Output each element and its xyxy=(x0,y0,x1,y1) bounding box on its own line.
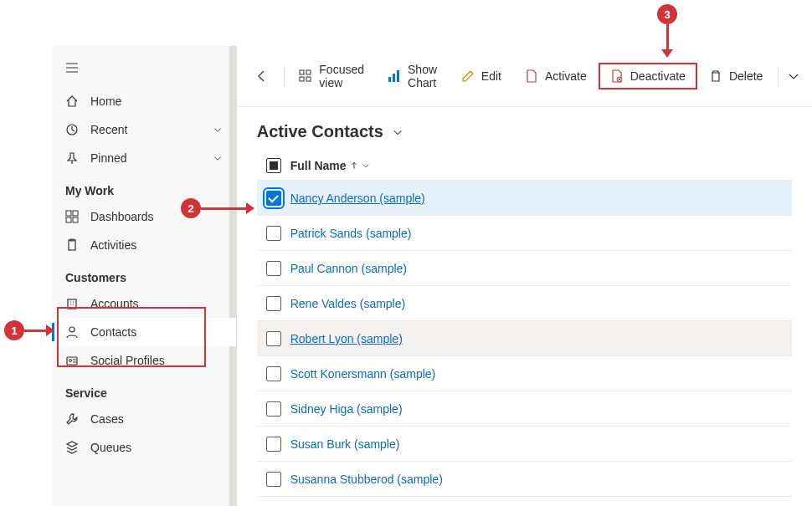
person-icon xyxy=(65,325,79,339)
toolbar-label: Delete xyxy=(729,69,763,83)
deactivate-button[interactable]: Deactivate xyxy=(599,63,697,89)
back-button[interactable] xyxy=(244,63,280,89)
svg-rect-7 xyxy=(68,299,76,309)
svg-rect-9 xyxy=(67,357,77,365)
table-row: Patrick Sands (sample) xyxy=(257,216,792,251)
view-title: Active Contacts xyxy=(257,122,383,141)
nav-label: Activities xyxy=(90,238,223,252)
contact-link[interactable]: Susanna Stubberod (sample) xyxy=(290,473,443,486)
contact-link[interactable]: Scott Konersmann (sample) xyxy=(290,367,436,381)
nav-label: Contacts xyxy=(90,325,223,339)
svg-rect-3 xyxy=(66,217,71,222)
callout-3: 3 xyxy=(657,4,677,24)
toolbar-label: Deactivate xyxy=(630,69,686,83)
nav-activities[interactable]: Activities xyxy=(52,231,236,259)
contact-link[interactable]: Robert Lyon (sample) xyxy=(290,332,403,345)
sidebar: HomeRecentPinned My WorkDashboardsActivi… xyxy=(52,46,237,506)
chart-icon xyxy=(388,69,401,83)
toolbar-label: Show Chart xyxy=(408,63,438,89)
nav-section-header: Service xyxy=(52,375,236,405)
nav-label: Pinned xyxy=(90,151,213,165)
contact-link[interactable]: Paul Cannon (sample) xyxy=(290,262,407,275)
contacts-table: Full Name Nancy Anderson (sample)Patrick… xyxy=(237,151,812,497)
nav-label: Cases xyxy=(90,412,223,426)
svg-rect-2 xyxy=(73,211,78,216)
show-chart-button[interactable]: Show Chart xyxy=(376,56,450,96)
nav-label: Accounts xyxy=(90,297,223,310)
row-checkbox[interactable] xyxy=(266,261,281,276)
contact-link[interactable]: Nancy Anderson (sample) xyxy=(290,192,425,205)
clipboard-icon xyxy=(65,238,79,252)
nav-section-header: Customers xyxy=(52,259,236,289)
contact-link[interactable]: Sidney Higa (sample) xyxy=(290,402,403,416)
toolbar-label: Focused view xyxy=(319,63,364,89)
table-row: Rene Valdes (sample) xyxy=(257,286,792,321)
nav-queues[interactable]: Queues xyxy=(52,433,236,462)
row-checkbox[interactable] xyxy=(266,226,281,241)
nav-recent[interactable]: Recent xyxy=(52,115,236,144)
contact-link[interactable]: Rene Valdes (sample) xyxy=(290,297,405,310)
table-row: Paul Cannon (sample) xyxy=(257,251,792,286)
row-checkbox[interactable] xyxy=(266,191,281,206)
view-header: Active Contacts xyxy=(237,107,812,151)
toolbar-label: Edit xyxy=(481,69,501,83)
row-checkbox[interactable] xyxy=(266,437,281,452)
svg-rect-13 xyxy=(300,77,304,81)
select-all-checkbox[interactable] xyxy=(266,158,281,173)
building-icon xyxy=(65,297,79,310)
row-checkbox[interactable] xyxy=(266,331,281,346)
nav-pinned[interactable]: Pinned xyxy=(52,144,236,172)
badge-icon xyxy=(65,354,79,367)
wrench-icon xyxy=(65,412,79,426)
svg-point-10 xyxy=(69,360,72,362)
nav-section-header: My Work xyxy=(52,172,236,202)
stack-icon xyxy=(65,441,79,454)
svg-point-8 xyxy=(69,327,75,332)
callout-2: 2 xyxy=(181,198,201,218)
column-header-fullname[interactable]: Full Name xyxy=(290,159,370,172)
row-checkbox[interactable] xyxy=(266,401,281,417)
nav-accounts[interactable]: Accounts xyxy=(52,289,236,318)
table-header-row: Full Name xyxy=(257,151,792,181)
nav-label: Dashboards xyxy=(90,210,223,223)
activate-button[interactable]: Activate xyxy=(513,63,599,89)
chevron-down-icon xyxy=(787,69,800,83)
overflow-button[interactable] xyxy=(782,63,805,89)
nav-label: Queues xyxy=(90,441,223,454)
row-checkbox[interactable] xyxy=(266,366,281,381)
table-row: Susanna Stubberod (sample) xyxy=(257,462,792,497)
row-checkbox[interactable] xyxy=(266,296,281,311)
pencil-icon xyxy=(461,69,475,83)
nav-label: Home xyxy=(90,95,223,108)
nav-label: Recent xyxy=(90,123,213,136)
svg-rect-17 xyxy=(397,70,399,82)
contact-link[interactable]: Susan Burk (sample) xyxy=(290,437,400,451)
document-icon xyxy=(525,69,538,83)
table-row: Sidney Higa (sample) xyxy=(257,391,792,427)
toolbar: Focused view Show Chart Edit Activate De… xyxy=(237,46,812,107)
chevron-down-icon xyxy=(213,125,223,135)
delete-button[interactable]: Delete xyxy=(697,63,774,89)
chevron-down-icon[interactable] xyxy=(392,126,403,138)
nav-label: Social Profiles xyxy=(90,354,223,367)
chevron-down-icon xyxy=(362,161,370,170)
sort-asc-icon xyxy=(350,161,358,170)
svg-rect-11 xyxy=(300,70,304,74)
nav-cases[interactable]: Cases xyxy=(52,405,236,433)
svg-rect-12 xyxy=(306,70,311,74)
grid-icon xyxy=(299,69,312,83)
nav-social-profiles[interactable]: Social Profiles xyxy=(52,346,236,375)
chevron-down-icon xyxy=(213,153,223,163)
clock-icon xyxy=(65,123,79,136)
row-checkbox[interactable] xyxy=(266,472,281,487)
focused-view-button[interactable]: Focused view xyxy=(287,56,376,96)
home-icon xyxy=(65,95,79,108)
nav-home[interactable]: Home xyxy=(52,87,236,115)
svg-rect-1 xyxy=(66,211,71,216)
hamburger-button[interactable] xyxy=(52,54,236,87)
pin-icon xyxy=(65,151,79,165)
contact-link[interactable]: Patrick Sands (sample) xyxy=(290,227,412,240)
edit-button[interactable]: Edit xyxy=(450,63,513,89)
nav-contacts[interactable]: Contacts xyxy=(52,318,236,346)
trash-icon xyxy=(709,69,722,83)
